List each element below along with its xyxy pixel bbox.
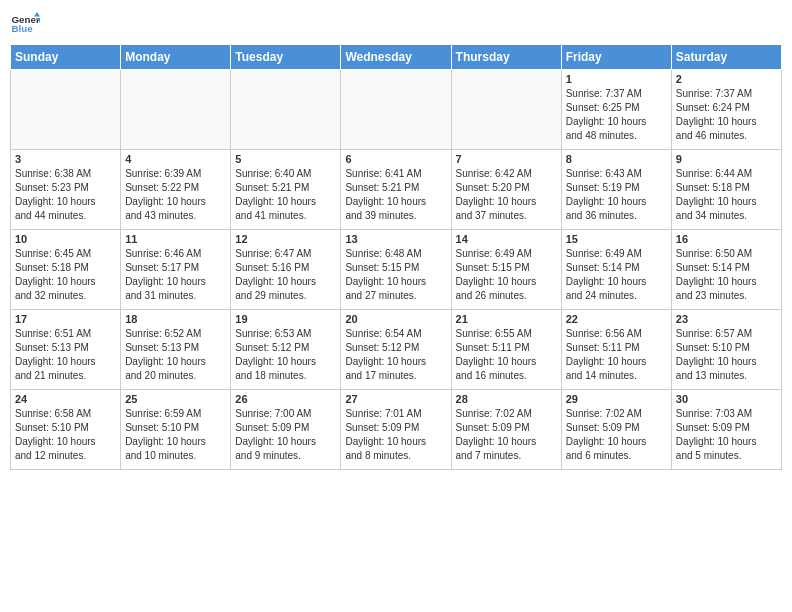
calendar-cell bbox=[451, 70, 561, 150]
day-info-line: and 39 minutes. bbox=[345, 209, 446, 223]
calendar-cell bbox=[341, 70, 451, 150]
day-number: 6 bbox=[345, 153, 446, 165]
day-info-line: Daylight: 10 hours bbox=[676, 355, 777, 369]
day-info-line: Sunset: 5:21 PM bbox=[235, 181, 336, 195]
day-number: 9 bbox=[676, 153, 777, 165]
day-info-line: Sunset: 5:10 PM bbox=[676, 341, 777, 355]
day-info-line: Daylight: 10 hours bbox=[345, 435, 446, 449]
day-info-line: Sunset: 5:09 PM bbox=[676, 421, 777, 435]
col-header-thursday: Thursday bbox=[451, 45, 561, 70]
day-info-line: Daylight: 10 hours bbox=[676, 435, 777, 449]
col-header-wednesday: Wednesday bbox=[341, 45, 451, 70]
calendar-cell: 14Sunrise: 6:49 AMSunset: 5:15 PMDayligh… bbox=[451, 230, 561, 310]
day-info-line: Sunrise: 6:45 AM bbox=[15, 247, 116, 261]
day-info-line: Daylight: 10 hours bbox=[566, 355, 667, 369]
day-info-line: Sunrise: 6:54 AM bbox=[345, 327, 446, 341]
day-info-line: and 5 minutes. bbox=[676, 449, 777, 463]
day-info-line: Sunset: 5:20 PM bbox=[456, 181, 557, 195]
day-info-line: Sunset: 6:24 PM bbox=[676, 101, 777, 115]
day-info-line: Daylight: 10 hours bbox=[235, 195, 336, 209]
week-row-5: 24Sunrise: 6:58 AMSunset: 5:10 PMDayligh… bbox=[11, 390, 782, 470]
day-number: 26 bbox=[235, 393, 336, 405]
day-number: 15 bbox=[566, 233, 667, 245]
calendar-cell: 26Sunrise: 7:00 AMSunset: 5:09 PMDayligh… bbox=[231, 390, 341, 470]
day-info-line: Daylight: 10 hours bbox=[125, 195, 226, 209]
calendar-cell: 7Sunrise: 6:42 AMSunset: 5:20 PMDaylight… bbox=[451, 150, 561, 230]
day-number: 20 bbox=[345, 313, 446, 325]
col-header-tuesday: Tuesday bbox=[231, 45, 341, 70]
day-number: 12 bbox=[235, 233, 336, 245]
day-info-line: Sunrise: 6:49 AM bbox=[566, 247, 667, 261]
day-number: 22 bbox=[566, 313, 667, 325]
calendar-cell: 17Sunrise: 6:51 AMSunset: 5:13 PMDayligh… bbox=[11, 310, 121, 390]
calendar-table: SundayMondayTuesdayWednesdayThursdayFrid… bbox=[10, 44, 782, 470]
day-info-line: and 23 minutes. bbox=[676, 289, 777, 303]
day-info-line: and 27 minutes. bbox=[345, 289, 446, 303]
day-info-line: and 10 minutes. bbox=[125, 449, 226, 463]
day-number: 11 bbox=[125, 233, 226, 245]
day-info-line: and 34 minutes. bbox=[676, 209, 777, 223]
day-info-line: Sunrise: 7:37 AM bbox=[566, 87, 667, 101]
logo: General Blue bbox=[10, 10, 40, 38]
day-info-line: Sunset: 5:09 PM bbox=[456, 421, 557, 435]
day-info-line: Sunset: 5:10 PM bbox=[125, 421, 226, 435]
day-info-line: Sunset: 6:25 PM bbox=[566, 101, 667, 115]
day-info-line: and 18 minutes. bbox=[235, 369, 336, 383]
day-info-line: Sunset: 5:09 PM bbox=[566, 421, 667, 435]
calendar-cell: 18Sunrise: 6:52 AMSunset: 5:13 PMDayligh… bbox=[121, 310, 231, 390]
day-info-line: Daylight: 10 hours bbox=[676, 195, 777, 209]
day-info-line: Daylight: 10 hours bbox=[676, 275, 777, 289]
calendar-cell: 12Sunrise: 6:47 AMSunset: 5:16 PMDayligh… bbox=[231, 230, 341, 310]
day-info-line: Sunset: 5:14 PM bbox=[566, 261, 667, 275]
day-info-line: Daylight: 10 hours bbox=[566, 435, 667, 449]
calendar-cell: 6Sunrise: 6:41 AMSunset: 5:21 PMDaylight… bbox=[341, 150, 451, 230]
week-row-1: 1Sunrise: 7:37 AMSunset: 6:25 PMDaylight… bbox=[11, 70, 782, 150]
calendar-cell: 23Sunrise: 6:57 AMSunset: 5:10 PMDayligh… bbox=[671, 310, 781, 390]
day-info-line: and 31 minutes. bbox=[125, 289, 226, 303]
day-info-line: Sunrise: 6:52 AM bbox=[125, 327, 226, 341]
day-number: 18 bbox=[125, 313, 226, 325]
day-info-line: Daylight: 10 hours bbox=[235, 275, 336, 289]
day-info-line: Sunrise: 7:03 AM bbox=[676, 407, 777, 421]
day-info-line: and 13 minutes. bbox=[676, 369, 777, 383]
calendar-cell: 8Sunrise: 6:43 AMSunset: 5:19 PMDaylight… bbox=[561, 150, 671, 230]
day-info-line: Sunrise: 6:42 AM bbox=[456, 167, 557, 181]
day-number: 3 bbox=[15, 153, 116, 165]
day-info-line: and 32 minutes. bbox=[15, 289, 116, 303]
day-info-line: Daylight: 10 hours bbox=[456, 195, 557, 209]
day-info-line: Sunrise: 6:43 AM bbox=[566, 167, 667, 181]
day-info-line: Sunrise: 6:44 AM bbox=[676, 167, 777, 181]
day-info-line: Sunset: 5:13 PM bbox=[15, 341, 116, 355]
calendar-cell: 28Sunrise: 7:02 AMSunset: 5:09 PMDayligh… bbox=[451, 390, 561, 470]
day-info-line: Sunrise: 7:37 AM bbox=[676, 87, 777, 101]
day-info-line: and 46 minutes. bbox=[676, 129, 777, 143]
day-info-line: Sunrise: 7:00 AM bbox=[235, 407, 336, 421]
day-info-line: and 24 minutes. bbox=[566, 289, 667, 303]
calendar-cell: 22Sunrise: 6:56 AMSunset: 5:11 PMDayligh… bbox=[561, 310, 671, 390]
day-info-line: Daylight: 10 hours bbox=[125, 355, 226, 369]
day-info-line: Sunset: 5:18 PM bbox=[676, 181, 777, 195]
day-info-line: Sunrise: 6:41 AM bbox=[345, 167, 446, 181]
calendar-cell: 24Sunrise: 6:58 AMSunset: 5:10 PMDayligh… bbox=[11, 390, 121, 470]
day-info-line: Sunset: 5:12 PM bbox=[345, 341, 446, 355]
day-info-line: Sunrise: 6:57 AM bbox=[676, 327, 777, 341]
day-info-line: Sunset: 5:16 PM bbox=[235, 261, 336, 275]
calendar-cell: 4Sunrise: 6:39 AMSunset: 5:22 PMDaylight… bbox=[121, 150, 231, 230]
day-info-line: Daylight: 10 hours bbox=[235, 355, 336, 369]
calendar-cell: 11Sunrise: 6:46 AMSunset: 5:17 PMDayligh… bbox=[121, 230, 231, 310]
day-info-line: and 21 minutes. bbox=[15, 369, 116, 383]
day-info-line: Daylight: 10 hours bbox=[235, 435, 336, 449]
day-info-line: Daylight: 10 hours bbox=[345, 275, 446, 289]
day-info-line: Daylight: 10 hours bbox=[125, 275, 226, 289]
day-number: 17 bbox=[15, 313, 116, 325]
day-info-line: and 20 minutes. bbox=[125, 369, 226, 383]
day-info-line: Daylight: 10 hours bbox=[125, 435, 226, 449]
day-info-line: Daylight: 10 hours bbox=[345, 195, 446, 209]
day-number: 2 bbox=[676, 73, 777, 85]
day-info-line: and 8 minutes. bbox=[345, 449, 446, 463]
day-info-line: Sunset: 5:14 PM bbox=[676, 261, 777, 275]
calendar-cell: 15Sunrise: 6:49 AMSunset: 5:14 PMDayligh… bbox=[561, 230, 671, 310]
day-info-line: Sunset: 5:23 PM bbox=[15, 181, 116, 195]
day-info-line: Daylight: 10 hours bbox=[456, 275, 557, 289]
calendar-cell bbox=[11, 70, 121, 150]
